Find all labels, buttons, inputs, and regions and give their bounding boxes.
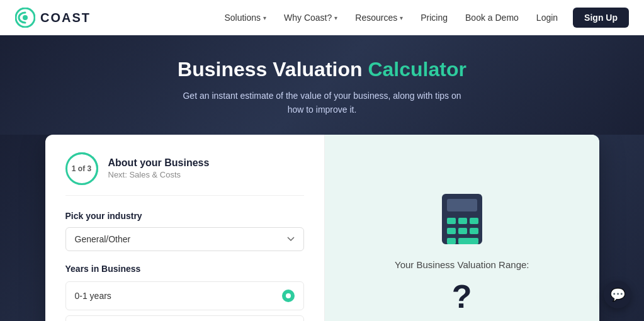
years-option-0-1[interactable]: 0-1 years (65, 281, 305, 310)
step-indicator: 1 of 3 (65, 152, 98, 185)
valuation-label: Your Business Valuation Range: (395, 259, 529, 270)
svg-rect-3 (447, 199, 477, 211)
svg-point-1 (23, 15, 28, 20)
nav-resources[interactable]: Resources ▾ (347, 9, 410, 26)
step-title: About your Business (108, 157, 210, 169)
navbar: COAST Solutions ▾ Why Coast? ▾ Resources… (0, 0, 644, 35)
svg-rect-4 (447, 218, 456, 224)
svg-rect-10 (447, 238, 456, 244)
logo-text: COAST (40, 11, 91, 25)
signup-button[interactable]: Sign Up (573, 8, 629, 28)
hero-subtitle: Get an instant estimate of the value of … (178, 89, 467, 117)
industry-label: Pick your industry (65, 211, 305, 221)
nav-why-coast[interactable]: Why Coast? ▾ (276, 9, 345, 26)
nav-solutions[interactable]: Solutions ▾ (217, 9, 274, 26)
nav-pricing[interactable]: Pricing (413, 9, 455, 26)
step-header: 1 of 3 About your Business Next: Sales &… (65, 152, 305, 196)
chevron-down-icon: ▾ (263, 14, 266, 21)
results-panel: Your Business Valuation Range: ? Complet… (325, 135, 599, 321)
chat-icon: 💬 (610, 287, 626, 302)
radio-dot-0-1 (282, 290, 295, 302)
chat-button[interactable]: 💬 (604, 281, 631, 308)
nav-links: Solutions ▾ Why Coast? ▾ Resources ▾ Pri… (217, 8, 629, 28)
hero-section: Business Valuation Calculator Get an ins… (0, 35, 644, 135)
industry-select[interactable]: General/Other Technology Retail Healthca… (65, 227, 305, 251)
svg-rect-7 (447, 228, 456, 234)
calculator-card: 1 of 3 About your Business Next: Sales &… (45, 135, 599, 321)
question-mark: ? (452, 278, 472, 315)
form-panel: 1 of 3 About your Business Next: Sales &… (45, 135, 325, 321)
industry-section: Pick your industry General/Other Technol… (65, 211, 305, 264)
hero-title: Business Valuation Calculator (13, 58, 631, 81)
chevron-down-icon: ▾ (400, 14, 403, 21)
nav-book-demo[interactable]: Book a Demo (458, 9, 526, 26)
main-content: 1 of 3 About your Business Next: Sales &… (0, 135, 644, 321)
logo[interactable]: COAST (15, 8, 91, 28)
step-next: Next: Sales & Costs (108, 170, 210, 179)
calculator-icon (439, 191, 485, 247)
coast-logo-icon (15, 8, 35, 28)
step-info: About your Business Next: Sales & Costs (108, 157, 210, 179)
chevron-down-icon: ▾ (334, 14, 337, 21)
years-label: Years in Business (65, 264, 305, 274)
years-section: Years in Business 0-1 years 2-5 years 5+… (65, 264, 305, 321)
login-button[interactable]: Login (529, 9, 565, 26)
svg-rect-5 (458, 218, 467, 224)
svg-rect-6 (470, 218, 478, 224)
years-option-2-5[interactable]: 2-5 years (65, 315, 305, 321)
svg-rect-9 (470, 228, 478, 234)
svg-rect-11 (458, 238, 478, 244)
svg-rect-8 (458, 228, 467, 234)
